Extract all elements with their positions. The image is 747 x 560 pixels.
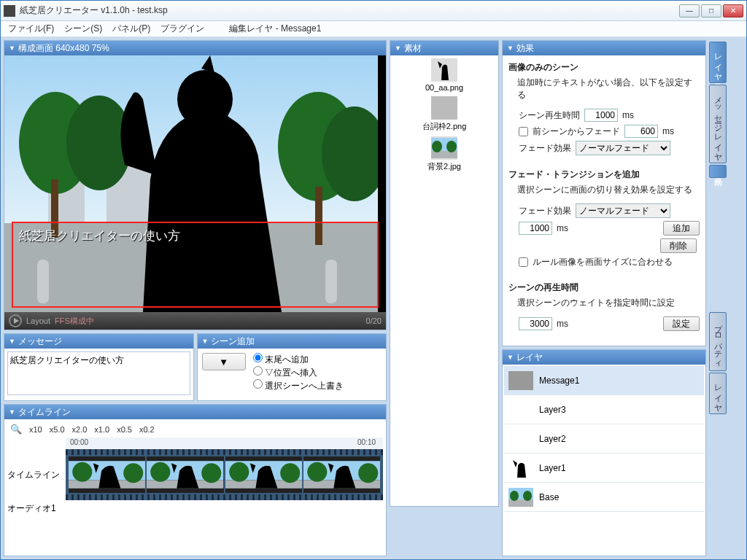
svg-point-24: [280, 463, 300, 483]
assets-header[interactable]: ▼素材: [390, 41, 498, 55]
layer-item[interactable]: Layer1: [504, 454, 704, 483]
layer-label: Layer2: [539, 434, 566, 444]
svg-point-37: [523, 491, 532, 501]
layer-label: Base: [539, 492, 559, 502]
zoom-x10[interactable]: x10: [29, 425, 42, 434]
time-ruler[interactable]: 00:00 00:10: [66, 438, 383, 449]
menu-scene[interactable]: シーン(S): [64, 23, 102, 35]
asset-item[interactable]: 台詞枠2.png: [422, 96, 467, 132]
menu-panel[interactable]: パネル(P): [112, 23, 150, 35]
effects-sec3-title: シーンの再生時間: [508, 282, 578, 292]
audio-row-label: オーディオ1: [7, 502, 66, 515]
svg-point-31: [432, 141, 442, 152]
status-label: FFS構成中: [55, 316, 94, 327]
asset-thumb: [431, 136, 457, 160]
timeline-thumb[interactable]: [69, 456, 145, 493]
sidetab-layer[interactable]: レイヤ: [709, 373, 727, 414]
sidetab-layer-edit[interactable]: レイヤ編集: [709, 42, 727, 83]
playback-bar: Layout FFS構成中 0/20: [4, 312, 386, 330]
scene-add-opt-overwrite[interactable]: 選択シーンへ上書き: [253, 379, 344, 392]
message-header[interactable]: ▼メッセージ: [4, 334, 193, 349]
asset-thumb: [431, 96, 457, 120]
transition-time-input[interactable]: [519, 222, 552, 235]
menu-edit-layer[interactable]: 編集レイヤ - Message1: [229, 23, 321, 35]
timeline-panel: ▼タイムライン 🔍 x10 x5.0 x2.0 x1.0 x0.5 x0.2 0…: [4, 404, 387, 556]
scene-add-opt-insert[interactable]: ▽位置へ挿入: [253, 366, 344, 379]
layer-label: Message1: [539, 376, 579, 386]
layer-thumb: [508, 429, 533, 448]
svg-point-23: [229, 462, 249, 482]
scene-add-header[interactable]: ▼シーン追加: [198, 334, 387, 349]
scene-wait-set-button[interactable]: 設定: [663, 316, 700, 331]
asset-item[interactable]: 00_aa.png: [425, 58, 463, 92]
timeline-row-label: タイムライン: [7, 469, 66, 481]
window-title: 紙芝居クリエーター v1.1.0h - test.ksp: [20, 4, 679, 17]
svg-point-32: [446, 141, 457, 152]
zoom-x1[interactable]: x1.0: [94, 425, 109, 434]
composition-header[interactable]: ▼構成画面 640x480 75%: [4, 41, 386, 55]
timeline-thumb[interactable]: [225, 456, 302, 493]
maximize-button[interactable]: □: [701, 4, 721, 18]
timeline-header[interactable]: ▼タイムライン: [4, 405, 386, 419]
prev-fade-input[interactable]: [624, 125, 658, 138]
menubar: ファイル(F) シーン(S) パネル(P) プラグイン 編集レイヤ - Mess…: [1, 21, 746, 37]
timeline-thumb[interactable]: [303, 456, 380, 493]
layers-header[interactable]: ▼レイヤ: [503, 350, 705, 365]
layer-item[interactable]: Layer2: [504, 424, 704, 454]
asset-label: 台詞枠2.png: [422, 121, 467, 132]
svg-point-15: [72, 462, 92, 482]
transition-delete-button[interactable]: 削除: [660, 238, 697, 253]
scene-add-button[interactable]: ▼: [202, 353, 246, 370]
effects-sec1-title: 画像のみのシーン: [508, 62, 578, 72]
transition-effect-select[interactable]: ノーマルフェード: [576, 203, 670, 218]
app-window: 紙芝居クリエーター v1.1.0h - test.ksp — □ ✕ ファイル(…: [0, 0, 747, 560]
svg-point-28: [358, 463, 378, 483]
scene-wait-input[interactable]: [519, 317, 552, 330]
titlebar[interactable]: 紙芝居クリエーター v1.1.0h - test.ksp — □ ✕: [1, 1, 746, 21]
filmstrip[interactable]: [66, 449, 383, 500]
effects-sec1-desc: 追加時にテキストがない場合、以下を設定する: [508, 77, 700, 101]
menu-file[interactable]: ファイル(F): [8, 23, 54, 35]
effects-header[interactable]: ▼効果: [503, 41, 705, 55]
zoom-x2[interactable]: x2.0: [72, 425, 88, 434]
svg-rect-30: [431, 151, 457, 158]
layer-item[interactable]: Layer3: [504, 395, 704, 424]
scene-play-time-input[interactable]: [584, 109, 618, 122]
zoom-x05[interactable]: x0.5: [117, 425, 132, 434]
sidetab-property[interactable]: プロパティ: [709, 312, 727, 371]
timeline-thumb[interactable]: [147, 456, 223, 493]
minimize-button[interactable]: —: [679, 4, 700, 18]
zoom-x5[interactable]: x5.0: [50, 425, 65, 434]
layer-label: Layer1: [539, 463, 566, 473]
app-icon: [4, 5, 15, 17]
asset-item[interactable]: 背景2.jpg: [427, 136, 461, 172]
close-button[interactable]: ✕: [723, 4, 743, 18]
scene-add-opt-append[interactable]: 末尾へ追加: [253, 353, 344, 366]
layer-item[interactable]: Base: [504, 483, 704, 512]
menu-plugin[interactable]: プラグイン: [160, 23, 204, 35]
layer-item[interactable]: Message1: [504, 366, 704, 395]
zoom-x02[interactable]: x0.2: [139, 425, 155, 434]
effects-sec3-desc: 選択シーンのウェイトを指定時間に設定: [508, 297, 700, 309]
layer-thumb: [508, 371, 533, 390]
transition-add-button[interactable]: 追加: [663, 221, 700, 236]
prev-fade-checkbox[interactable]: [519, 127, 528, 136]
side-tabs: レイヤ編集 メッセージレイヤ 効果 プロパティ レイヤ: [709, 40, 727, 556]
svg-rect-35: [508, 499, 533, 507]
sidetab-message-layer[interactable]: メッセージレイヤ: [709, 85, 727, 163]
asset-thumb: [431, 58, 457, 82]
assets-panel: ▼素材 00_aa.png 台詞枠2.png 背景2.jpg: [390, 40, 499, 507]
magnifier-icon[interactable]: 🔍: [10, 424, 22, 435]
layout-label: Layout: [26, 316, 50, 325]
message-overlay: 紙芝居クリエイターの使い方: [12, 222, 379, 308]
rule-image-checkbox[interactable]: [519, 257, 528, 267]
svg-point-19: [151, 462, 171, 482]
play-button[interactable]: [9, 314, 22, 327]
layer-thumb: [508, 488, 533, 507]
fade-effect-select[interactable]: ノーマルフェード: [576, 141, 670, 155]
effects-panel: ▼効果 画像のみのシーン 追加時にテキストがない場合、以下を設定する シーン再生…: [502, 40, 706, 346]
message-textarea[interactable]: [7, 351, 190, 395]
preview-area[interactable]: 紙芝居クリエイターの使い方: [4, 55, 386, 312]
svg-point-36: [510, 491, 519, 501]
sidetab-effects[interactable]: 効果: [709, 165, 727, 178]
